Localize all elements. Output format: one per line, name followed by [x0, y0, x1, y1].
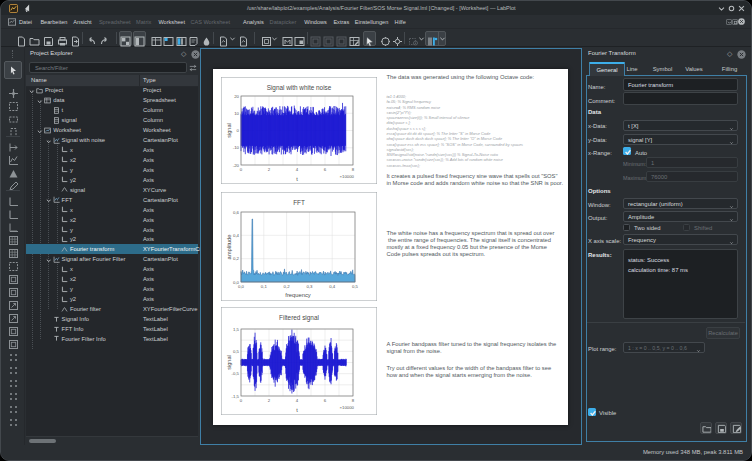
svg-text:frequency: frequency [285, 291, 311, 297]
svg-text:-20: -20 [232, 162, 239, 167]
svg-text:0,0: 0,0 [238, 284, 245, 289]
svg-text:signal: signal [225, 355, 231, 370]
svg-text:0,5: 0,5 [233, 348, 240, 353]
svg-text:Filtered signal: Filtered signal [279, 314, 319, 322]
svg-text:10: 10 [234, 110, 239, 115]
svg-text:20: 20 [234, 93, 239, 98]
svg-text:signal: signal [225, 123, 231, 138]
svg-text:amplitude: amplitude [225, 234, 231, 259]
svg-text:FFT: FFT [293, 199, 305, 206]
svg-text:0,2: 0,2 [233, 256, 240, 261]
svg-text:×10000: ×10000 [339, 405, 354, 410]
svg-text:0,5: 0,5 [352, 284, 359, 289]
svg-text:0,4: 0,4 [329, 284, 336, 289]
svg-text:0,2: 0,2 [283, 284, 290, 289]
svg-text:Signal with white noise: Signal with white noise [266, 84, 331, 92]
svg-text:×10000: ×10000 [339, 174, 354, 179]
svg-text:-10: -10 [232, 145, 239, 150]
svg-text:-0,5: -0,5 [231, 371, 239, 376]
svg-text:-1,5: -1,5 [231, 393, 239, 398]
svg-text:0,1: 0,1 [260, 284, 267, 289]
svg-text:0,6: 0,6 [233, 209, 240, 214]
svg-text:1,5: 1,5 [233, 326, 240, 331]
svg-text:0,3: 0,3 [306, 284, 313, 289]
svg-text:0,4: 0,4 [233, 232, 240, 237]
